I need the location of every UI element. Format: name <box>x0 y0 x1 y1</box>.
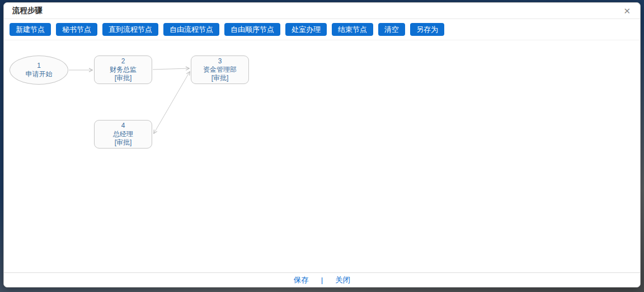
flow-node-finance-director[interactable]: 2 财务总监 [审批] <box>94 55 152 84</box>
node-label: 资金管理部 <box>203 66 237 74</box>
node-label: 总经理 <box>113 130 133 138</box>
toolbar-button-until-flow-node[interactable]: 直到流程节点 <box>102 23 158 36</box>
close-button[interactable]: 关闭 <box>335 275 350 285</box>
flow-node-start[interactable]: 1 申请开始 <box>10 55 68 85</box>
node-tag: [审批] <box>115 74 132 82</box>
toolbar-button-save-as[interactable]: 另存为 <box>410 23 444 36</box>
modal-footer: 保存 | 关闭 <box>4 272 640 287</box>
node-number: 2 <box>121 57 125 66</box>
toolbar-button-secretary-node[interactable]: 秘书节点 <box>56 23 97 36</box>
footer-separator: | <box>321 276 323 284</box>
edge-3-4 <box>154 72 190 133</box>
node-label: 申请开始 <box>26 70 53 78</box>
node-number: 4 <box>121 122 125 130</box>
process-steps-modal: 流程步骤 ✕ 新建节点 秘书节点 直到流程节点 自由流程节点 自由顺序节点 处室… <box>3 2 641 288</box>
toolbar-button-free-order-node[interactable]: 自由顺序节点 <box>224 23 280 36</box>
node-tag: [审批] <box>115 138 132 147</box>
flow-node-general-manager[interactable]: 4 总经理 [审批] <box>94 120 152 149</box>
toolbar-button-free-flow-node[interactable]: 自由流程节点 <box>163 23 219 36</box>
flow-canvas[interactable]: 1 申请开始 2 财务总监 [审批] 3 资金管理部 [审批] 4 总经理 [审… <box>4 40 640 272</box>
edge-2-3 <box>153 68 189 69</box>
close-icon[interactable]: ✕ <box>622 6 632 16</box>
node-label: 财务总监 <box>110 66 137 74</box>
flow-node-fund-management[interactable]: 3 资金管理部 [审批] <box>191 55 249 84</box>
modal-title: 流程步骤 <box>12 6 43 16</box>
toolbar-button-office-handle[interactable]: 处室办理 <box>285 23 327 36</box>
save-button[interactable]: 保存 <box>294 275 309 285</box>
modal-header: 流程步骤 ✕ <box>4 3 640 19</box>
toolbar-button-clear[interactable]: 清空 <box>378 23 405 36</box>
node-number: 3 <box>218 57 222 66</box>
toolbar-button-end-node[interactable]: 结束节点 <box>332 23 373 36</box>
toolbar-button-new-node[interactable]: 新建节点 <box>10 23 51 36</box>
node-tag: [审批] <box>211 74 229 82</box>
node-number: 1 <box>37 62 41 70</box>
toolbar: 新建节点 秘书节点 直到流程节点 自由流程节点 自由顺序节点 处室办理 结束节点… <box>4 19 640 40</box>
